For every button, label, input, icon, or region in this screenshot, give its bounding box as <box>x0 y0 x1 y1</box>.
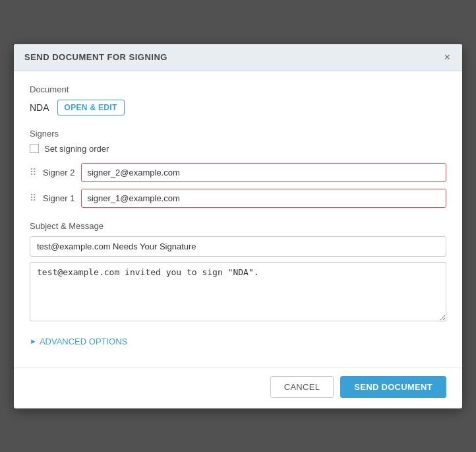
modal-title: SEND DOCUMENT FOR SIGNING <box>24 52 167 62</box>
signing-order-row: Set signing order <box>30 144 446 154</box>
signer1-row: ⠿ Signer 1 <box>30 189 446 208</box>
signer1-label: Signer 1 <box>43 193 74 203</box>
signers-section: Signers Set signing order ⠿ Signer 2 ⠿ <box>30 129 446 208</box>
subject-input[interactable] <box>30 236 446 257</box>
close-button[interactable]: × <box>443 52 452 63</box>
signer1-drag-handle[interactable]: ⠿ <box>30 193 36 203</box>
chevron-right-icon: ► <box>30 337 37 345</box>
modal-dialog: SEND DOCUMENT FOR SIGNING × Document NDA… <box>14 44 462 408</box>
cancel-button[interactable]: CANCEL <box>270 376 334 398</box>
document-name: NDA <box>30 102 49 113</box>
open-edit-button[interactable]: OPEN & EDIT <box>57 100 125 115</box>
modal-body: Document NDA OPEN & EDIT Signers Set sig… <box>14 71 462 368</box>
signer2-input-wrapper <box>81 163 446 182</box>
document-row: NDA OPEN & EDIT <box>30 100 446 115</box>
subject-message-label: Subject & Message <box>30 221 446 231</box>
signing-order-checkbox[interactable] <box>30 144 39 153</box>
signing-order-label: Set signing order <box>44 144 109 154</box>
advanced-options-label: ADVANCED OPTIONS <box>40 337 127 346</box>
signer2-row: ⠿ Signer 2 <box>30 163 446 182</box>
modal-overlay: SEND DOCUMENT FOR SIGNING × Document NDA… <box>0 0 476 452</box>
subject-message-section: Subject & Message test@example.com invit… <box>30 221 446 323</box>
signer1-email-input[interactable] <box>81 189 446 208</box>
modal-footer: CANCEL SEND DOCUMENT <box>14 368 462 408</box>
modal-header: SEND DOCUMENT FOR SIGNING × <box>14 44 462 71</box>
signers-section-label: Signers <box>30 129 446 139</box>
message-textarea[interactable]: test@example.com invited you to sign "ND… <box>30 262 446 321</box>
signer2-drag-handle[interactable]: ⠿ <box>30 167 36 178</box>
advanced-options: ► ADVANCED OPTIONS <box>30 337 446 346</box>
document-section-label: Document <box>30 84 446 94</box>
send-document-button[interactable]: SEND DOCUMENT <box>340 376 446 398</box>
advanced-options-link[interactable]: ► ADVANCED OPTIONS <box>30 337 446 346</box>
signer2-label: Signer 2 <box>43 168 74 178</box>
signer1-input-wrapper <box>81 189 446 208</box>
signer2-email-input[interactable] <box>81 163 446 182</box>
